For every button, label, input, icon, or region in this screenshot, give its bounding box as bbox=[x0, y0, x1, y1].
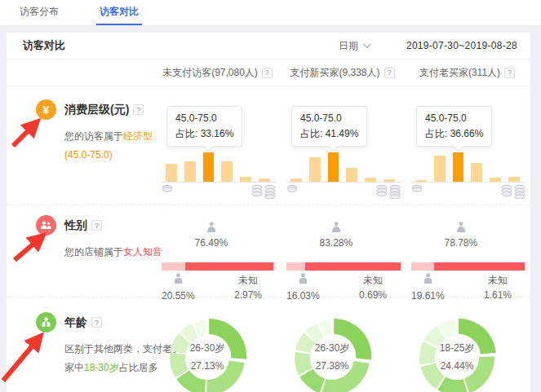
single-coin-icon bbox=[162, 184, 173, 192]
chart-tooltip: 45.0-75.0 占比: 41.49% bbox=[291, 106, 367, 147]
unknown-segment[interactable] bbox=[401, 262, 401, 271]
age-desc-highlight: 18-30岁 bbox=[84, 362, 119, 373]
gender-chart-unpaid[interactable]: 76.49% 20.55% 未知 2.97% bbox=[155, 205, 280, 303]
gender-chart-old-buyers[interactable]: 78.78% 19.61% 未知 1.61% bbox=[405, 205, 530, 303]
female-percent: 83.28% bbox=[319, 237, 353, 249]
consumption-chart-unpaid[interactable]: 45.0-75.0 占比: 33.16% bbox=[155, 86, 280, 205]
male-segment[interactable] bbox=[162, 262, 185, 271]
column-header-new-buyers: 支付新买家(9,338人) ? bbox=[280, 59, 405, 86]
age-label-cell: 年龄 ? 区别于其他两类，支付老买家中18-30岁占比居多 bbox=[7, 297, 155, 392]
x-axis bbox=[286, 182, 401, 183]
x-axis bbox=[411, 182, 526, 183]
single-coin-icon bbox=[286, 184, 298, 192]
bar[interactable] bbox=[166, 164, 177, 182]
unknown-segment[interactable] bbox=[273, 262, 277, 271]
age-chart-unpaid[interactable]: 26-30岁 27.13% bbox=[155, 297, 280, 392]
two-persons-icon bbox=[36, 215, 56, 236]
donut-center-label: 18-25岁 24.44% bbox=[415, 315, 499, 392]
female-percent: 76.49% bbox=[194, 237, 228, 249]
help-icon[interactable]: ? bbox=[384, 68, 395, 78]
consumption-row: ¥ 消费层级(元) ? 您的访客属于经济型(45.0-75.0) 45.0-75… bbox=[7, 86, 530, 205]
unknown-segment[interactable] bbox=[525, 262, 526, 271]
chart-tooltip: 45.0-75.0 占比: 36.66% bbox=[416, 106, 492, 147]
unknown-label: 未知 bbox=[484, 273, 512, 288]
donut-center-label: 26-30岁 27.38% bbox=[290, 315, 375, 392]
age-row: 年龄 ? 区别于其他两类，支付老买家中18-30岁占比居多 26-30岁 27.… bbox=[7, 297, 530, 392]
help-icon[interactable]: ? bbox=[91, 220, 102, 231]
gender-bar[interactable] bbox=[162, 262, 277, 271]
male-segment[interactable] bbox=[286, 262, 305, 271]
consumption-chart-old-buyers[interactable]: 45.0-75.0 占比: 36.66% bbox=[405, 86, 530, 205]
top-tab-bar: 访客分布 访客对比 bbox=[0, 0, 541, 25]
bar[interactable] bbox=[259, 178, 270, 182]
male-icon bbox=[172, 273, 184, 284]
coin-scale bbox=[286, 184, 401, 199]
single-coin-icon bbox=[411, 184, 423, 192]
gender-title: 性别 bbox=[64, 218, 87, 233]
female-segment[interactable] bbox=[434, 262, 525, 271]
bar[interactable] bbox=[184, 161, 196, 182]
bar[interactable] bbox=[490, 178, 501, 182]
card-header: 访客对比 日期 2019-07-30~2019-08-28 bbox=[7, 33, 530, 59]
coin-scale bbox=[162, 184, 277, 199]
chevron-down-icon bbox=[363, 40, 371, 48]
gender-bar[interactable] bbox=[411, 262, 526, 271]
age-chart-old-buyers[interactable]: 18-25岁 24.44% bbox=[405, 297, 530, 392]
bar[interactable] bbox=[221, 161, 233, 182]
help-icon[interactable]: ? bbox=[133, 104, 144, 115]
coin-scale bbox=[411, 184, 526, 199]
bar-group[interactable] bbox=[166, 152, 270, 182]
female-percent: 78.78% bbox=[444, 237, 477, 249]
bar[interactable] bbox=[415, 180, 427, 182]
date-label: 日期 bbox=[339, 39, 358, 53]
bar[interactable] bbox=[365, 178, 376, 182]
tab-visitor-comparison[interactable]: 访客对比 bbox=[96, 0, 142, 25]
gender-chart-new-buyers[interactable]: 83.28% 16.03% 未知 0.69% bbox=[280, 205, 405, 303]
coin-stacks-icon bbox=[251, 184, 277, 199]
female-icon bbox=[330, 222, 342, 233]
female-segment[interactable] bbox=[185, 262, 273, 271]
tab-visitor-distribution[interactable]: 访客分布 bbox=[16, 0, 62, 25]
date-picker[interactable]: 日期 2019-07-30~2019-08-28 bbox=[339, 39, 517, 53]
bar[interactable] bbox=[384, 179, 395, 182]
consumption-label-cell: ¥ 消费层级(元) ? 您的访客属于经济型(45.0-75.0) bbox=[7, 86, 155, 205]
donut-center-label: 26-30岁 27.13% bbox=[165, 315, 250, 392]
chart-tooltip: 45.0-75.0 占比: 33.16% bbox=[166, 106, 242, 147]
bar[interactable] bbox=[290, 178, 302, 182]
female-segment[interactable] bbox=[305, 262, 401, 271]
column-header-old-buyers: 支付老买家(311人) ? bbox=[405, 59, 530, 86]
bar-highlighted[interactable] bbox=[203, 152, 215, 182]
consumption-title: 消费层级(元) bbox=[64, 103, 129, 117]
age-chart-new-buyers[interactable]: 26-30岁 27.38% bbox=[280, 297, 405, 392]
bar-highlighted[interactable] bbox=[453, 152, 464, 182]
person-icon bbox=[36, 312, 56, 333]
gender-row: 性别 ? 您的店铺属于女人知音 76.49% 20.55% bbox=[7, 205, 530, 297]
page-title: 访客对比 bbox=[23, 38, 65, 53]
date-range-value[interactable]: 2019-07-30~2019-08-28 bbox=[406, 40, 517, 51]
male-icon bbox=[297, 273, 309, 284]
help-icon[interactable]: ? bbox=[262, 68, 273, 78]
bar[interactable] bbox=[508, 177, 520, 182]
bar[interactable] bbox=[240, 177, 251, 182]
gender-bar[interactable] bbox=[286, 262, 401, 271]
gender-label-cell: 性别 ? 您的店铺属于女人知音 bbox=[7, 205, 155, 303]
help-icon[interactable]: ? bbox=[504, 68, 515, 78]
visitor-comparison-card: 访客对比 日期 2019-07-30~2019-08-28 未支付访客(97,0… bbox=[7, 33, 530, 392]
yuan-coin-icon: ¥ bbox=[36, 99, 56, 120]
bar-highlighted[interactable] bbox=[328, 152, 339, 182]
female-icon bbox=[455, 222, 467, 233]
bar-group[interactable] bbox=[415, 152, 520, 182]
consumption-chart-new-buyers[interactable]: 45.0-75.0 占比: 41.49% bbox=[280, 86, 405, 205]
help-icon[interactable]: ? bbox=[91, 317, 102, 328]
coin-stacks-icon bbox=[375, 184, 401, 199]
bar[interactable] bbox=[309, 157, 321, 182]
bar[interactable] bbox=[471, 163, 482, 182]
male-segment[interactable] bbox=[411, 262, 434, 271]
bar[interactable] bbox=[346, 168, 357, 182]
coin-stacks-icon bbox=[500, 184, 526, 199]
bar-group[interactable] bbox=[290, 152, 395, 182]
male-icon bbox=[422, 273, 434, 284]
bar[interactable] bbox=[434, 156, 446, 182]
age-title: 年龄 bbox=[64, 315, 87, 330]
column-header-unpaid: 未支付访客(97,080人) ? bbox=[155, 59, 280, 86]
